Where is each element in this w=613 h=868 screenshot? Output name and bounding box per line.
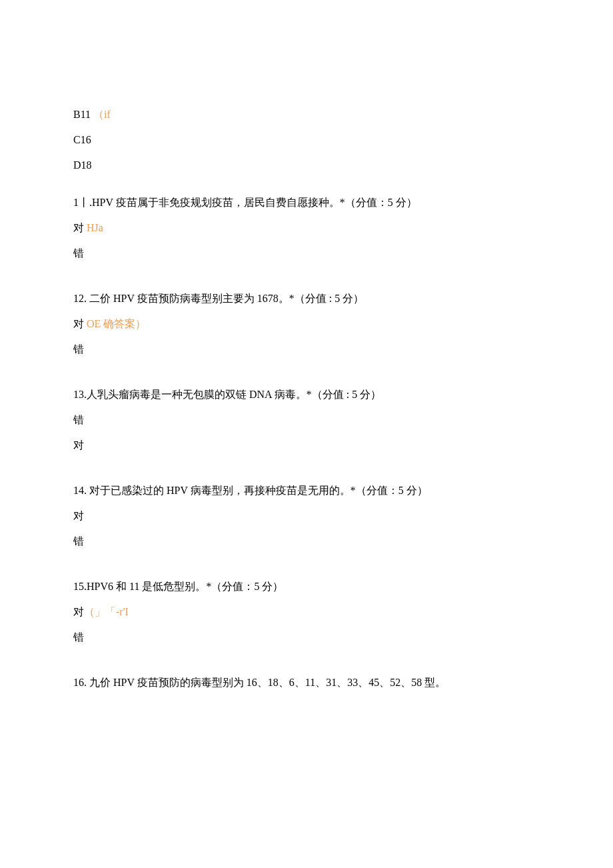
q14-option-1: 对	[73, 508, 540, 524]
option-b: B11 （if	[73, 107, 540, 123]
q12-opt1a: 对	[73, 318, 84, 329]
q15-option-true: 对（」「-r'I	[73, 604, 540, 620]
q11-opt1a: 对	[73, 222, 84, 233]
question-13: 13.人乳头瘤病毒是一种无包膜的双链 DNA 病毒。*（分值 : 5 分）	[73, 387, 540, 403]
q13-option-2: 对	[73, 437, 540, 453]
q12-option-false: 错	[73, 341, 540, 357]
q11-option-false: 错	[73, 245, 540, 261]
option-c: C16	[73, 132, 540, 148]
question-15: 15.HPV6 和 11 是低危型别。*（分值：5 分）	[73, 579, 540, 595]
q15-opt1a: 对	[73, 606, 84, 617]
q11-opt1b: HJa	[84, 222, 103, 233]
q15-option-false: 错	[73, 629, 540, 645]
q12-opt1b: OE 确答案）	[84, 318, 146, 329]
document-page: B11 （if C16 D18 1丨.HPV 疫苗属于非免疫规划疫苗，居民自费自…	[0, 0, 613, 767]
question-14: 14. 对于已感染过的 HPV 病毒型别，再接种疫苗是无用的。*（分值：5 分）	[73, 483, 540, 499]
option-b-text: B11	[73, 109, 91, 120]
option-b-annot: （if	[93, 109, 111, 120]
question-12: 12. 二价 HPV 疫苗预防病毒型别主要为 1678。*（分值 : 5 分）	[73, 291, 540, 307]
question-16: 16. 九价 HPV 疫苗预防的病毒型别为 16、18、6、11、31、33、4…	[73, 675, 540, 691]
q11-option-true: 对 HJa	[73, 220, 540, 236]
q15-opt1b: （」「-r'I	[84, 606, 129, 617]
q14-option-2: 错	[73, 533, 540, 549]
question-11: 1丨.HPV 疫苗属于非免疫规划疫苗，居民自费自愿接种。*（分值：5 分）	[73, 195, 540, 211]
q12-option-true: 对 OE 确答案）	[73, 316, 540, 332]
q13-option-1: 错	[73, 412, 540, 428]
option-d: D18	[73, 157, 540, 173]
